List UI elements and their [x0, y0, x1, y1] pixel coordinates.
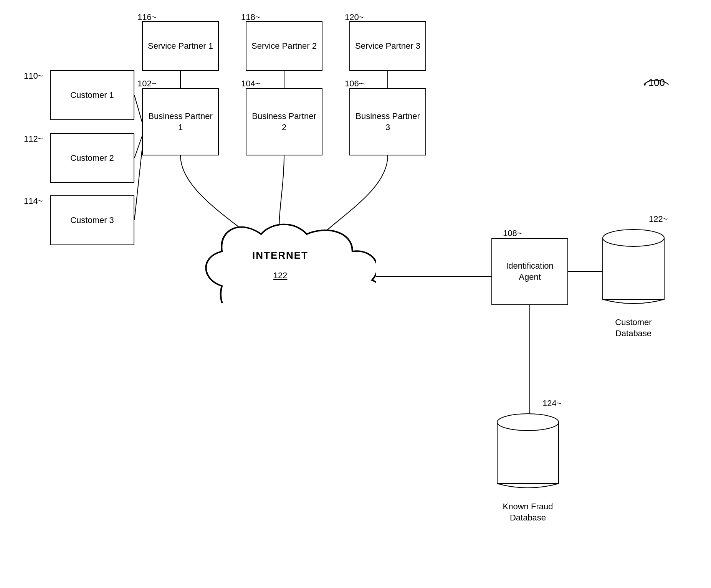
sp3-label: Service Partner 3 [355, 41, 420, 52]
agent-ref: 108~ [503, 228, 522, 238]
ref100-arrow [642, 75, 680, 94]
sp3-box: Service Partner 3 [349, 21, 426, 71]
customer1-box: Customer 1 [50, 70, 134, 120]
diagram: Customer 1 110~ Customer 2 112~ Customer… [0, 0, 711, 588]
internet-ref: 122 [273, 271, 288, 280]
sp2-label: Service Partner 2 [251, 41, 317, 52]
customer3-label: Customer 3 [70, 215, 114, 226]
customer1-label: Customer 1 [70, 90, 114, 101]
fraud-db-ref: 124~ [542, 398, 562, 408]
bp1-label: Business Partner 1 [146, 111, 215, 133]
customer3-box: Customer 3 [50, 195, 134, 245]
customer1-ref: 110~ [24, 71, 43, 81]
svg-point-10 [603, 230, 664, 246]
bp3-box: Business Partner 3 [349, 88, 426, 155]
bp1-box: Business Partner 1 [142, 88, 219, 155]
svg-rect-9 [603, 238, 664, 299]
customer2-box: Customer 2 [50, 133, 134, 183]
fraud-db: Known FraudDatabase 124~ [493, 411, 562, 495]
svg-line-2 [134, 150, 142, 220]
customer-db-label: CustomerDatabase [599, 317, 668, 339]
customer2-ref: 112~ [24, 134, 43, 144]
customer-db: CustomerDatabase 122~ [599, 226, 668, 311]
svg-line-1 [134, 136, 142, 158]
bp1-ref: 102~ [137, 79, 157, 89]
sp2-ref: 118~ [241, 12, 260, 22]
sp2-box: Service Partner 2 [246, 21, 322, 71]
customer3-ref: 114~ [24, 196, 43, 206]
fraud-db-svg [493, 411, 562, 495]
fraud-db-label: Known FraudDatabase [493, 501, 562, 523]
agent-label: Identification Agent [495, 261, 564, 282]
internet-label: INTERNET [252, 249, 308, 261]
agent-box: Identification Agent [491, 238, 568, 305]
bp2-label: Business Partner 2 [250, 111, 319, 133]
bp3-label: Business Partner 3 [353, 111, 422, 133]
customer2-label: Customer 2 [70, 153, 114, 164]
bp2-ref: 104~ [241, 79, 260, 89]
customer-db-svg [599, 226, 668, 311]
bp3-ref: 106~ [345, 79, 364, 89]
svg-rect-11 [497, 422, 559, 484]
bp2-box: Business Partner 2 [246, 88, 322, 155]
internet-cloud: INTERNET 122 [184, 219, 376, 305]
sp1-box: Service Partner 1 [142, 21, 219, 71]
customer-db-ref: 122~ [649, 214, 668, 224]
sp1-label: Service Partner 1 [148, 41, 213, 52]
svg-line-0 [134, 95, 142, 122]
sp1-ref: 116~ [137, 12, 157, 22]
sp3-ref: 120~ [345, 12, 364, 22]
svg-point-12 [497, 414, 559, 431]
svg-marker-13 [644, 82, 647, 86]
